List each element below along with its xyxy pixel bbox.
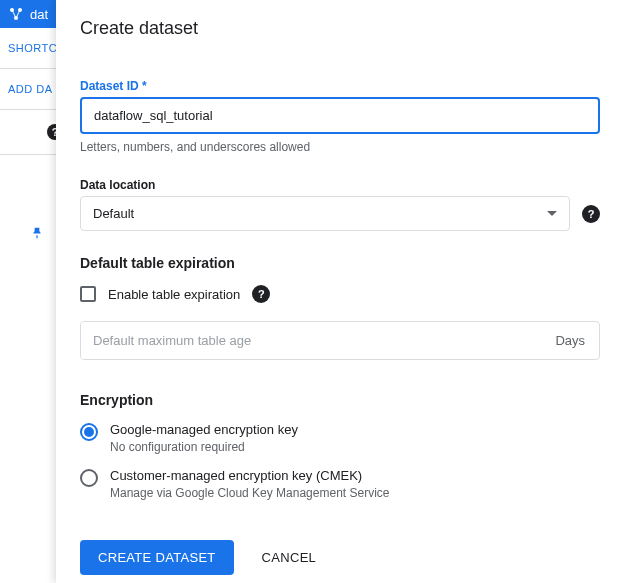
radio-unselected-icon [80,469,98,487]
help-icon[interactable]: ? [582,205,600,223]
dataset-id-input[interactable] [80,97,600,134]
enable-expiration-label: Enable table expiration [108,287,240,302]
table-expiration-section: Default table expiration Enable table ex… [80,255,600,360]
chevron-down-icon [547,211,557,216]
cancel-button[interactable]: CANCEL [254,540,325,575]
create-dataset-button[interactable]: CREATE DATASET [80,540,234,575]
data-location-value: Default [93,206,134,221]
pin-icon[interactable] [30,225,44,245]
button-row: CREATE DATASET CANCEL [80,540,600,575]
encryption-cmek-helper: Manage via Google Cloud Key Management S… [110,486,600,500]
panel-title: Create dataset [80,18,600,39]
data-location-label: Data location [80,178,600,192]
dataset-id-field: Dataset ID * Letters, numbers, and under… [80,79,600,154]
encryption-option-google[interactable]: Google-managed encryption key No configu… [80,422,600,454]
bg-header-text: dat [30,7,48,22]
help-icon[interactable]: ? [252,285,270,303]
encryption-google-label: Google-managed encryption key [110,422,600,437]
encryption-header: Encryption [80,392,600,408]
table-age-field: Days [80,321,600,360]
enable-expiration-checkbox[interactable] [80,286,96,302]
enable-expiration-row: Enable table expiration ? [80,285,600,303]
table-age-unit: Days [541,333,599,348]
data-location-field: Data location Default ? [80,178,600,231]
create-dataset-panel: Create dataset Dataset ID * Letters, num… [56,0,628,583]
dataset-id-label: Dataset ID * [80,79,600,93]
encryption-option-cmek[interactable]: Customer-managed encryption key (CMEK) M… [80,468,600,500]
table-age-input[interactable] [81,322,541,359]
radio-selected-icon [80,423,98,441]
encryption-section: Encryption Google-managed encryption key… [80,392,600,500]
required-mark: * [142,79,147,93]
node-icon [8,6,24,22]
data-location-select[interactable]: Default [80,196,570,231]
expiration-header: Default table expiration [80,255,600,271]
dataset-id-helper: Letters, numbers, and underscores allowe… [80,140,600,154]
encryption-google-helper: No configuration required [110,440,600,454]
encryption-cmek-label: Customer-managed encryption key (CMEK) [110,468,600,483]
